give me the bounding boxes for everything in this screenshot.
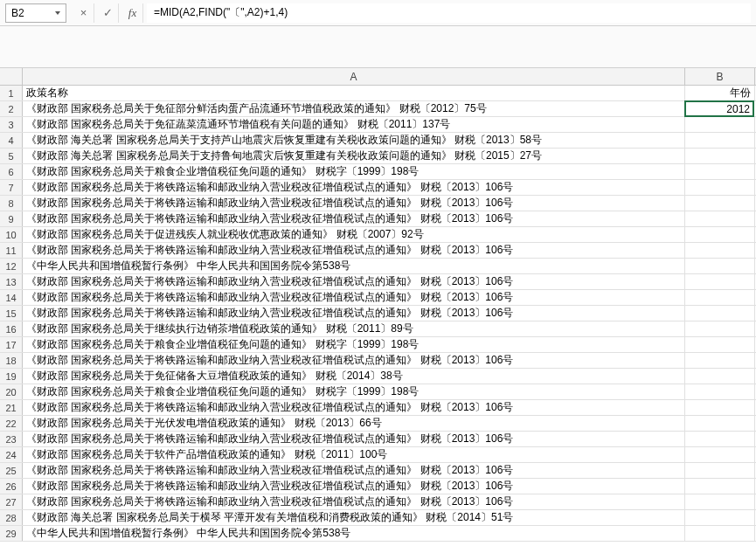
- cell[interactable]: [685, 510, 755, 525]
- row-header[interactable]: 27: [0, 494, 23, 509]
- row-header[interactable]: 13: [0, 274, 23, 289]
- cell[interactable]: 《财政部 国家税务总局关于将铁路运输和邮政业纳入营业税改征增值税试点的通知》 财…: [23, 479, 685, 494]
- name-box[interactable]: B2: [5, 3, 66, 23]
- cell[interactable]: [685, 259, 755, 273]
- cell[interactable]: 《财政部 国家税务总局关于将铁路运输和邮政业纳入营业税改征增值税试点的通知》 财…: [23, 180, 685, 195]
- cell[interactable]: 《财政部 国家税务总局关于粮食企业增值税征免问题的通知》 财税字〔1999〕19…: [23, 164, 685, 179]
- row-header[interactable]: 8: [0, 196, 23, 211]
- row-header[interactable]: 3: [0, 117, 23, 132]
- row-header[interactable]: 9: [0, 211, 23, 226]
- cell[interactable]: 《财政部 海关总署 国家税务总局关于横琴 平潭开发有关增值税和消费税政策的通知》…: [23, 510, 685, 525]
- row-header[interactable]: 16: [0, 321, 23, 336]
- cell[interactable]: 《财政部 国家税务总局关于免征部分鲜活肉蛋产品流通环节增值税政策的通知》 财税〔…: [23, 101, 685, 116]
- cell[interactable]: 《财政部 国家税务总局关于将铁路运输和邮政业纳入营业税改征增值税试点的通知》 财…: [23, 432, 685, 446]
- cell[interactable]: [685, 337, 755, 352]
- cell[interactable]: [685, 479, 755, 494]
- cell[interactable]: [685, 416, 755, 431]
- cell[interactable]: [685, 353, 755, 368]
- cell[interactable]: [685, 321, 755, 336]
- row-header[interactable]: 11: [0, 243, 23, 258]
- cell[interactable]: 《财政部 海关总署 国家税务总局关于支持芦山地震灾后恢复重建有关税收政策问题的通…: [23, 133, 685, 148]
- row-header[interactable]: 20: [0, 384, 23, 399]
- row-header[interactable]: 22: [0, 416, 23, 431]
- cell[interactable]: [685, 400, 755, 415]
- cell[interactable]: [685, 149, 755, 163]
- row-header[interactable]: 28: [0, 510, 23, 525]
- cell[interactable]: [685, 211, 755, 226]
- row-header[interactable]: 23: [0, 432, 23, 446]
- selected-cell[interactable]: 2012: [684, 100, 754, 117]
- cell[interactable]: 《财政部 国家税务总局关于将铁路运输和邮政业纳入营业税改征增值税试点的通知》 财…: [23, 494, 685, 509]
- row-header[interactable]: 6: [0, 164, 23, 179]
- cell[interactable]: [685, 227, 755, 242]
- cell[interactable]: 《财政部 国家税务总局关于将铁路运输和邮政业纳入营业税改征增值税试点的通知》 财…: [23, 306, 685, 321]
- row-header[interactable]: 25: [0, 463, 23, 478]
- cell[interactable]: 《财政部 国家税务总局关于粮食企业增值税征免问题的通知》 财税字〔1999〕19…: [23, 384, 685, 399]
- cell[interactable]: [685, 306, 755, 321]
- cell[interactable]: 《财政部 国家税务总局关于软件产品增值税政策的通知》 财税〔2011〕100号: [23, 447, 685, 462]
- confirm-button[interactable]: ✓: [98, 3, 119, 23]
- row-header[interactable]: 29: [0, 526, 23, 541]
- cell[interactable]: 《财政部 国家税务总局关于促进残疾人就业税收优惠政策的通知》 财税〔2007〕9…: [23, 227, 685, 242]
- cell[interactable]: 年份: [685, 86, 755, 100]
- row-header[interactable]: 2: [0, 101, 23, 116]
- cell[interactable]: [685, 369, 755, 384]
- table-row: 20《财政部 国家税务总局关于粮食企业增值税征免问题的通知》 财税字〔1999〕…: [0, 384, 756, 400]
- cell[interactable]: 《财政部 国家税务总局关于将铁路运输和邮政业纳入营业税改征增值税试点的通知》 财…: [23, 353, 685, 368]
- formula-input[interactable]: [147, 3, 751, 23]
- cell[interactable]: [685, 432, 755, 446]
- cell[interactable]: 《财政部 国家税务总局关于将铁路运输和邮政业纳入营业税改征增值税试点的通知》 财…: [23, 243, 685, 258]
- row-header[interactable]: 18: [0, 353, 23, 368]
- row-header[interactable]: 1: [0, 86, 23, 100]
- column-headers: A B: [0, 68, 756, 86]
- row-header[interactable]: 21: [0, 400, 23, 415]
- row-header[interactable]: 24: [0, 447, 23, 462]
- column-header-b[interactable]: B: [685, 68, 755, 85]
- cell[interactable]: 《财政部 国家税务总局关于免征蔬菜流通环节增值税有关问题的通知》 财税〔2011…: [23, 117, 685, 132]
- table-row: 7《财政部 国家税务总局关于将铁路运输和邮政业纳入营业税改征增值税试点的通知》 …: [0, 180, 756, 196]
- cell[interactable]: [685, 274, 755, 289]
- cell[interactable]: [685, 180, 755, 195]
- cell[interactable]: [685, 196, 755, 211]
- cell[interactable]: 《中华人民共和国增值税暂行条例》 中华人民共和国国务院令第538号: [23, 259, 685, 273]
- cell[interactable]: 《财政部 国家税务总局关于粮食企业增值税征免问题的通知》 财税字〔1999〕19…: [23, 337, 685, 352]
- cell[interactable]: [685, 117, 755, 132]
- cell[interactable]: 《财政部 国家税务总局关于将铁路运输和邮政业纳入营业税改征增值税试点的通知》 财…: [23, 211, 685, 226]
- cell[interactable]: 《财政部 国家税务总局关于免征储备大豆增值税政策的通知》 财税〔2014〕38号: [23, 369, 685, 384]
- row-header[interactable]: 14: [0, 290, 23, 305]
- cancel-button[interactable]: ×: [73, 3, 94, 23]
- cell[interactable]: [685, 384, 755, 399]
- cell[interactable]: [685, 164, 755, 179]
- cell[interactable]: [685, 243, 755, 258]
- cell[interactable]: 《财政部 国家税务总局关于将铁路运输和邮政业纳入营业税改征增值税试点的通知》 财…: [23, 463, 685, 478]
- row-header[interactable]: 5: [0, 149, 23, 163]
- cell[interactable]: [685, 290, 755, 305]
- cell[interactable]: 《财政部 国家税务总局关于继续执行边销茶增值税政策的通知》 财税〔2011〕89…: [23, 321, 685, 336]
- fx-icon: fx: [128, 6, 136, 20]
- row-header[interactable]: 17: [0, 337, 23, 352]
- column-header-a[interactable]: A: [23, 68, 685, 85]
- fx-button[interactable]: fx: [122, 3, 143, 23]
- cell[interactable]: [685, 447, 755, 462]
- cell[interactable]: [685, 526, 755, 541]
- cell[interactable]: 《财政部 海关总署 国家税务总局关于支持鲁甸地震灾后恢复重建有关税收政策问题的通…: [23, 149, 685, 163]
- row-header[interactable]: 19: [0, 369, 23, 384]
- cell[interactable]: [685, 133, 755, 148]
- row-header[interactable]: 7: [0, 180, 23, 195]
- select-all-corner[interactable]: [0, 68, 23, 85]
- cell[interactable]: 《财政部 国家税务总局关于将铁路运输和邮政业纳入营业税改征增值税试点的通知》 财…: [23, 196, 685, 211]
- cell[interactable]: 《财政部 国家税务总局关于光伏发电增值税政策的通知》 财税〔2013〕66号: [23, 416, 685, 431]
- row-header[interactable]: 15: [0, 306, 23, 321]
- chevron-down-icon[interactable]: [55, 11, 60, 15]
- cell[interactable]: 《中华人民共和国增值税暂行条例》 中华人民共和国国务院令第538号: [23, 526, 685, 541]
- row-header[interactable]: 26: [0, 479, 23, 494]
- cell[interactable]: 《财政部 国家税务总局关于将铁路运输和邮政业纳入营业税改征增值税试点的通知》 财…: [23, 274, 685, 289]
- cell[interactable]: 《财政部 国家税务总局关于将铁路运输和邮政业纳入营业税改征增值税试点的通知》 财…: [23, 290, 685, 305]
- row-header[interactable]: 12: [0, 259, 23, 273]
- cell[interactable]: [685, 463, 755, 478]
- cell[interactable]: [685, 494, 755, 509]
- cell[interactable]: 政策名称: [23, 86, 685, 100]
- cell[interactable]: 《财政部 国家税务总局关于将铁路运输和邮政业纳入营业税改征增值税试点的通知》 财…: [23, 400, 685, 415]
- row-header[interactable]: 4: [0, 133, 23, 148]
- row-header[interactable]: 10: [0, 227, 23, 242]
